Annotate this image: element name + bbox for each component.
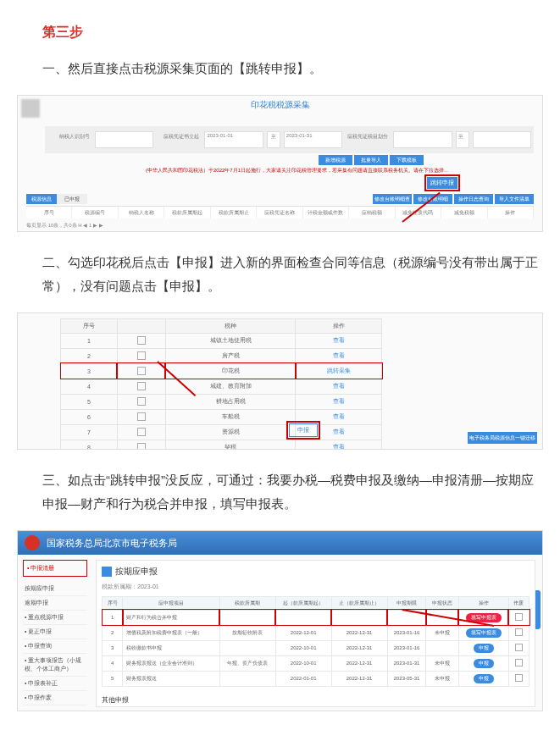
- checkbox[interactable]: [515, 644, 523, 651]
- link[interactable]: 查看: [296, 394, 382, 409]
- period-label: 税款所属期：2023-01: [102, 583, 530, 591]
- sidebar-item[interactable]: • 重点税源申报: [23, 611, 87, 625]
- jump-declare-button[interactable]: 跳转申报: [427, 177, 457, 189]
- header-bar: 国家税务总局北京市电子税务局: [18, 531, 542, 555]
- screenshot-1: 印花税税源采集 纳税人识别号 应税凭证书立起 2023-01-01 至 2023…: [17, 95, 543, 232]
- sidebar-item[interactable]: 逾期申报: [23, 596, 87, 611]
- action-pill[interactable]: 填写申报表: [466, 628, 502, 638]
- screenshot-3: 国家税务总局北京市电子税务局 • 申报清册 按期应申报逾期申报• 重点税源申报•…: [17, 530, 543, 711]
- pagination: 每页显示 10条，共0条 H ◀ 1 ▶ ▶: [26, 222, 103, 230]
- th: 操作: [296, 318, 382, 333]
- checkbox[interactable]: [137, 367, 146, 375]
- col: 操作: [488, 207, 534, 218]
- tabs: 税源信息 已申报: [26, 194, 87, 204]
- paragraph-2: 二、勾选印花税后点击【申报】进入新的界面检查合同等信息（税源编号没有带出属于正常…: [42, 251, 543, 299]
- tax-table: 序号税种操作 1城镇土地使用税查看2房产税查看3印花税跳转采集4城建、教育附加查…: [60, 318, 382, 450]
- col: 序号: [26, 207, 72, 218]
- col: 税源编号: [72, 207, 118, 218]
- sep: 至: [456, 131, 469, 148]
- col: 税款所属期止: [211, 207, 257, 218]
- label: 纳税人识别号: [47, 132, 91, 147]
- date-input[interactable]: 2023-01-31: [284, 131, 342, 148]
- link[interactable]: 查看: [296, 348, 382, 363]
- checkbox[interactable]: [137, 397, 146, 406]
- select[interactable]: [393, 131, 452, 148]
- table-header: 序号 税源编号 纳税人名称 税款所属期起 税款所属期止 应税凭证名称 计税金额或…: [26, 206, 534, 218]
- checkbox[interactable]: [515, 613, 523, 621]
- checkbox[interactable]: [137, 428, 146, 436]
- checkbox[interactable]: [137, 382, 146, 390]
- sidebar-item[interactable]: • 申报查询: [23, 639, 87, 654]
- sidebar-item[interactable]: • 申报作废: [23, 691, 87, 705]
- sidebar-item[interactable]: 按期应申报: [23, 582, 87, 596]
- link[interactable]: 查看: [296, 379, 382, 394]
- date-input[interactable]: 2023-01-01: [204, 131, 263, 148]
- label: 应税凭证税目划分: [346, 132, 390, 147]
- action-pill[interactable]: 申报: [474, 659, 494, 668]
- tab[interactable]: 已申报: [57, 194, 87, 204]
- action-buttons: 新增税源 批量导入 下载模板: [319, 155, 424, 165]
- link[interactable]: 查看: [296, 440, 382, 450]
- col: 减免税额: [441, 207, 487, 218]
- main-panel: 按期应申报 税款所属期：2023-01 序号应申报项目税款所属期起（款所属期起）…: [96, 560, 535, 707]
- checkbox[interactable]: [515, 674, 523, 682]
- sidebar: • 申报清册 按期应申报逾期申报• 重点税源申报• 更正申报• 申报查询• 重大…: [23, 560, 87, 705]
- step-title: 第三步: [42, 24, 543, 41]
- checkbox[interactable]: [515, 659, 523, 666]
- paragraph-3: 三、如点击“跳转申报”没反应，可通过：我要办税—税费申报及缴纳—申报清册—按期应…: [42, 468, 543, 517]
- link[interactable]: 跳转采集: [296, 363, 382, 379]
- col: 计税金额或件数: [303, 207, 349, 218]
- filter-bar: 纳税人识别号 应税凭证书立起 2023-01-01 至 2023-01-31 应…: [45, 126, 534, 153]
- sidebar-item[interactable]: • 申报表补正: [23, 677, 87, 691]
- sidebar-item[interactable]: • 更正申报: [23, 625, 87, 639]
- panel-title: 按期应申报: [102, 566, 530, 578]
- right-buttons: 修改台账明细查询 修改台账明细 操作日志查询 导入文件清单: [373, 194, 534, 204]
- sidebar-item[interactable]: • 重大事项报告（小规模、个体工商户）: [23, 654, 87, 677]
- btn[interactable]: 导入文件清单: [495, 194, 534, 204]
- sidebar-active[interactable]: • 申报清册: [23, 560, 87, 577]
- template-btn[interactable]: 下载模板: [390, 155, 424, 165]
- action-pill[interactable]: 申报: [474, 644, 494, 653]
- link[interactable]: 查看: [296, 333, 382, 348]
- checkbox[interactable]: [137, 443, 146, 450]
- link[interactable]: 查看: [296, 409, 382, 424]
- checkbox[interactable]: [137, 351, 146, 360]
- warning-text: (中华人民共和国印花税法）于2022年7月1日起施行，大家请关注印花税管理要求，…: [128, 167, 466, 174]
- corner-button[interactable]: 电子税务局税源信息一键迁移: [468, 432, 537, 444]
- btn[interactable]: 修改台账明细: [413, 194, 452, 204]
- input[interactable]: [95, 131, 153, 148]
- th: [117, 318, 165, 333]
- declare-button[interactable]: 申报: [289, 423, 318, 437]
- tab-active[interactable]: 税源信息: [26, 194, 57, 204]
- action-pill[interactable]: 申报: [474, 674, 494, 683]
- col: 减免性质代码: [396, 207, 441, 218]
- paragraph-1: 一、然后直接点击税源采集页面的【跳转申报】。: [42, 57, 543, 81]
- btn[interactable]: 操作日志查询: [454, 194, 493, 204]
- btn[interactable]: 修改台账明细查询: [373, 194, 412, 204]
- col: 应纳税额: [349, 207, 395, 218]
- period2: 税款所属期起： 税款所属期止：: [102, 710, 530, 711]
- th: 序号: [61, 318, 118, 333]
- col: 纳税人名称: [119, 207, 164, 218]
- add-btn[interactable]: 新增税源: [319, 155, 352, 165]
- checkbox[interactable]: [137, 336, 146, 345]
- to: 至: [267, 131, 280, 148]
- checkbox[interactable]: [515, 628, 523, 636]
- section-2: 其他申报: [102, 695, 530, 705]
- th: 税种: [165, 318, 296, 333]
- import-btn[interactable]: 批量导入: [354, 155, 388, 165]
- shot1-title: 印花税税源采集: [18, 99, 542, 111]
- col: 应税凭证名称: [257, 207, 302, 218]
- select[interactable]: [473, 131, 531, 148]
- checkbox[interactable]: [137, 412, 146, 421]
- screenshot-2: 序号税种操作 1城镇土地使用税查看2房产税查看3印花税跳转采集4城建、教育附加查…: [17, 312, 543, 450]
- col: 税款所属期起: [164, 207, 210, 218]
- declare-table: 序号应申报项目税款所属期起（款所属期起）止（款所属期止）申报期限申报状态操作作废…: [102, 596, 530, 687]
- label: 应税凭证书立起: [157, 132, 201, 147]
